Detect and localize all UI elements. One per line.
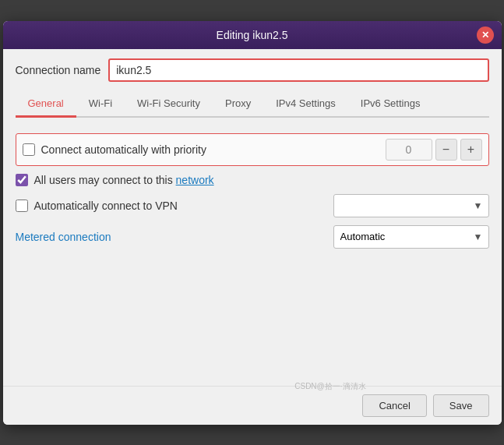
connect-auto-row: Connect automatically with priority − + [16, 133, 489, 166]
priority-decrease-button[interactable]: − [435, 139, 457, 161]
tabs-bar: General Wi-Fi Wi-Fi Security Proxy IPv4 … [16, 91, 489, 118]
metered-dropdown[interactable]: Automatic Metered Not metered [333, 225, 489, 249]
cancel-button[interactable]: Cancel [362, 394, 426, 417]
all-users-checkbox[interactable] [16, 174, 28, 186]
metered-dropdown-wrapper: Automatic Metered Not metered ▼ [333, 225, 489, 249]
vpn-auto-label: Automatically connect to VPN [34, 200, 178, 212]
all-users-label: All users may connect to this network [34, 174, 214, 186]
tab-ipv4-settings[interactable]: IPv4 Settings [263, 91, 348, 118]
metered-connection-row: Metered connection Automatic Metered Not… [16, 225, 489, 249]
priority-increase-button[interactable]: + [460, 139, 482, 161]
save-button[interactable]: Save [433, 394, 489, 417]
priority-controls: − + [386, 139, 482, 161]
connect-auto-left: Connect automatically with priority [23, 143, 379, 156]
connection-name-input[interactable] [108, 58, 488, 82]
titlebar: Editing ikun2.5 ✕ [3, 21, 502, 49]
tab-proxy[interactable]: Proxy [213, 91, 263, 118]
connection-name-label: Connection name [16, 64, 101, 76]
close-button[interactable]: ✕ [477, 26, 494, 44]
tab-content-general: Connect automatically with priority − + … [16, 127, 489, 376]
dialog-footer: CSDN@拾一·滴清水 Cancel Save [3, 386, 502, 425]
all-users-row: All users may connect to this network [16, 174, 489, 186]
connection-name-row: Connection name [16, 58, 489, 82]
connect-auto-checkbox[interactable] [23, 143, 35, 156]
metered-connection-label: Metered connection [16, 231, 333, 243]
vpn-dropdown-wrapper: ▼ [333, 194, 489, 217]
tab-general[interactable]: General [16, 91, 76, 118]
vpn-row: Automatically connect to VPN ▼ [16, 194, 489, 217]
connect-auto-label: Connect automatically with priority [41, 143, 206, 156]
tab-wifi-security[interactable]: Wi-Fi Security [125, 91, 213, 118]
tab-wifi[interactable]: Wi-Fi [76, 91, 125, 118]
priority-input[interactable] [386, 139, 432, 161]
dialog-title: Editing ikun2.5 [217, 29, 288, 41]
editing-dialog: Editing ikun2.5 ✕ Connection name Genera… [3, 21, 502, 425]
dialog-body: Connection name General Wi-Fi Wi-Fi Secu… [3, 49, 502, 386]
network-link[interactable]: network [176, 174, 214, 186]
vpn-dropdown[interactable] [333, 194, 489, 217]
tab-ipv6-settings[interactable]: IPv6 Settings [348, 91, 433, 118]
vpn-auto-checkbox[interactable] [16, 200, 28, 212]
